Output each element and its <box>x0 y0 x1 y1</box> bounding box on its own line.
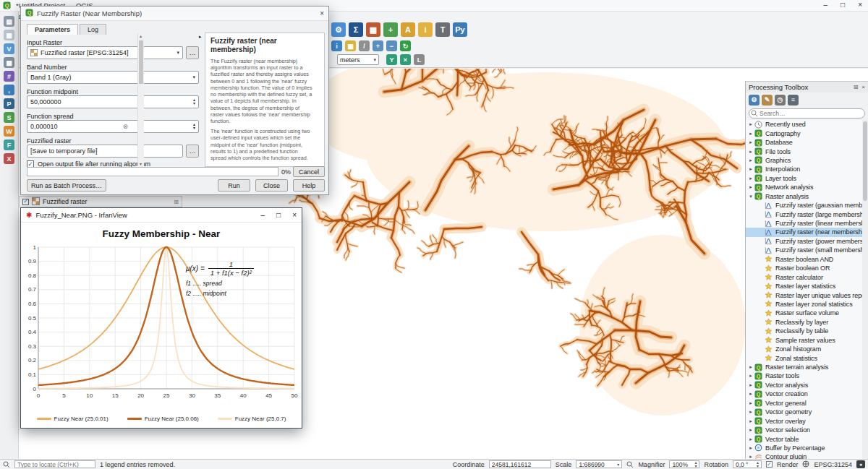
toolbox-item-raster-tools[interactable]: ▸QRaster tools <box>746 371 862 380</box>
maximize-icon[interactable]: □ <box>841 1 845 9</box>
tab-parameters[interactable]: Parameters <box>27 24 78 35</box>
function-spread-spinbox[interactable]: 0,000010 ⊗ ▴▾ <box>27 120 199 133</box>
fuzzified-raster-browse-button[interactable]: … <box>186 145 199 158</box>
toolbox-item-buffer-by-percentage[interactable]: ▸Buffer by Percentage <box>746 444 862 452</box>
description-expander-icon[interactable]: ▸ <box>199 34 202 40</box>
expander-icon[interactable]: ▸ <box>747 158 754 163</box>
toolbox-item-vector-general[interactable]: ▸QVector general <box>746 399 862 408</box>
description-scrollbar[interactable]: ▴▾ <box>137 33 144 166</box>
processing-toolbox-icon[interactable]: ⚙ <box>331 22 346 37</box>
snapping-icon[interactable]: L <box>414 54 425 65</box>
expander-icon[interactable]: ▸ <box>747 121 754 127</box>
coordinate-value[interactable]: 24581,161612 <box>489 460 551 468</box>
expander-icon[interactable]: ▸ <box>747 445 754 451</box>
new-layout-icon[interactable]: ▦ <box>4 30 14 40</box>
add-vector-layer-icon[interactable]: V <box>4 43 14 54</box>
toolbox-item-raster-terrain-analysis[interactable]: ▸QRaster terrain analysis <box>746 363 862 371</box>
toolbox-item-database[interactable]: ▸QDatabase <box>746 138 862 147</box>
toolbox-item-fuzzify-raster-power-membership[interactable]: Fuzzify raster (power membership) <box>746 237 862 246</box>
select-features-icon[interactable]: ▦ <box>345 40 356 51</box>
toolbox-item-layer-tools[interactable]: ▸QLayer tools <box>746 174 862 183</box>
add-xyz-icon[interactable]: X <box>4 153 14 164</box>
toolbox-item-graphics[interactable]: ▸QGraphics <box>746 156 862 165</box>
toolbox-item-raster-boolean-or[interactable]: Raster boolean OR <box>746 264 862 272</box>
toolbox-item-zonal-histogram[interactable]: Zonal histogram <box>746 345 862 353</box>
minimize-icon[interactable]: – <box>261 211 265 219</box>
toolbox-item-vector-selection[interactable]: ▸QVector selection <box>746 426 862 434</box>
statistics-summary-icon[interactable]: Σ <box>349 22 363 37</box>
fuzzified-raster-input[interactable]: [Save to temporary file] <box>27 145 183 158</box>
scripts-icon[interactable]: ✎ <box>762 95 773 106</box>
toolbox-item-contour-plugin[interactable]: ▸Contour plugin <box>746 452 862 459</box>
toolbox-item-reclassify-by-layer[interactable]: Reclassify by layer <box>746 318 862 327</box>
tab-log[interactable]: Log <box>80 24 106 35</box>
toolbox-item-zonal-statistics[interactable]: Zonal statistics <box>746 353 862 362</box>
locator-input[interactable] <box>14 460 95 468</box>
toolbox-item-fuzzify-raster-large-membership[interactable]: Fuzzify raster (large membership) <box>746 210 862 218</box>
history-icon[interactable]: ◷ <box>775 95 786 106</box>
toolbox-item-raster-layer-statistics[interactable]: Raster layer statistics <box>746 282 862 291</box>
spinner-arrows-icon[interactable]: ▴▾ <box>193 98 195 106</box>
toolbox-item-raster-layer-zonal-statistics[interactable]: Raster layer zonal statistics <box>746 300 862 309</box>
function-midpoint-spinbox[interactable]: 50,000000 ▴▾ <box>27 95 199 108</box>
expander-icon[interactable]: ▸ <box>747 184 754 190</box>
toolbox-item-raster-boolean-and[interactable]: Raster boolean AND <box>746 255 862 264</box>
add-wms-icon[interactable]: W <box>4 126 14 137</box>
toolbox-item-vector-overlay[interactable]: ▸QVector overlay <box>746 416 862 425</box>
help-button[interactable]: Help <box>293 179 325 192</box>
toolbox-item-recently-used[interactable]: ▸Recently used <box>746 120 862 129</box>
toolbox-item-vector-analysis[interactable]: ▸QVector analysis <box>746 381 862 390</box>
panel-close-icon[interactable]: × <box>861 84 865 90</box>
data-source-manager-icon[interactable]: ▤ <box>4 16 14 27</box>
models-icon[interactable]: ⚙ <box>749 95 760 106</box>
add-raster-layer-icon[interactable]: ▦ <box>4 57 14 68</box>
rotation-value[interactable]: 0,0 °▴▾ <box>733 460 762 468</box>
expander-icon[interactable]: ▸ <box>747 454 754 459</box>
toolbox-item-raster-calculator[interactable]: Raster calculator <box>746 272 862 281</box>
input-raster-browse-button[interactable]: … <box>186 46 199 59</box>
close-icon[interactable]: × <box>858 1 862 9</box>
expander-icon[interactable]: ▸ <box>747 409 754 415</box>
tracing-icon[interactable]: Y <box>386 54 397 65</box>
expander-icon[interactable]: ▸ <box>747 400 754 406</box>
toolbox-item-fuzzify-raster-linear-membership[interactable]: Fuzzify raster (linear membership) <box>746 219 862 228</box>
render-checkbox[interactable]: ✓ <box>766 461 773 468</box>
expander-icon[interactable]: ▸ <box>747 149 754 155</box>
maximize-icon[interactable]: □ <box>276 211 281 219</box>
toolbox-item-interpolation[interactable]: ▸QInterpolation <box>746 165 862 173</box>
layer-visibility-checkbox[interactable]: ✓ <box>22 199 29 205</box>
run-as-batch-button[interactable]: Run as Batch Process… <box>27 179 106 192</box>
toolbox-item-vector-geometry[interactable]: ▸QVector geometry <box>746 408 862 416</box>
raster-calculator-icon[interactable]: ▦ <box>366 22 380 37</box>
panel-float-icon[interactable]: ⊞ <box>854 84 859 90</box>
zoom-in-icon[interactable]: + <box>373 40 383 51</box>
expander-icon[interactable]: ▸ <box>747 373 754 379</box>
expander-icon[interactable]: ▸ <box>747 382 754 388</box>
toolbox-item-reclassify-by-table[interactable]: Reclassify by table <box>746 327 862 335</box>
zoom-out-icon[interactable]: − <box>386 40 397 51</box>
options-icon[interactable]: ≡ <box>788 95 799 106</box>
annotation-icon[interactable]: A <box>401 22 415 37</box>
messages-icon[interactable]: ● <box>856 460 865 468</box>
digitize-icon[interactable]: × <box>400 54 411 65</box>
python-console-icon[interactable]: Py <box>453 22 467 37</box>
expander-icon[interactable]: ▸ <box>747 139 754 145</box>
cancel-button[interactable]: Cancel <box>293 166 325 177</box>
scale-combo[interactable]: 1:686990▾ <box>576 460 622 468</box>
expander-icon[interactable]: ▸ <box>747 418 754 424</box>
minimize-icon[interactable]: – <box>824 1 828 9</box>
add-postgis-icon[interactable]: P <box>4 98 14 109</box>
toolbox-item-fuzzify-raster-gaussian-membership[interactable]: Fuzzify raster (gaussian membership) <box>746 201 862 210</box>
close-icon[interactable]: × <box>292 211 297 219</box>
expander-icon[interactable]: ▸ <box>747 391 754 397</box>
units-combo[interactable]: meters ▾ <box>337 54 379 65</box>
expander-icon[interactable]: ▾ <box>747 194 754 199</box>
toolbox-item-raster-surface-volume[interactable]: Raster surface volume <box>746 309 862 317</box>
toolbox-item-file-tools[interactable]: ▸QFile tools <box>746 147 862 155</box>
toolbox-scrollbar[interactable] <box>862 120 868 459</box>
toolbox-item-raster-layer-unique-values-report[interactable]: Raster layer unique values report <box>746 291 862 299</box>
toolbox-item-raster-analysis[interactable]: ▾QRaster analysis <box>746 192 862 201</box>
toolbox-item-vector-table[interactable]: ▸QVector table <box>746 434 862 443</box>
input-raster-combo[interactable]: Fuzzified raster [EPSG:31254] ▾ <box>27 46 183 59</box>
expander-icon[interactable]: ▸ <box>747 131 754 137</box>
